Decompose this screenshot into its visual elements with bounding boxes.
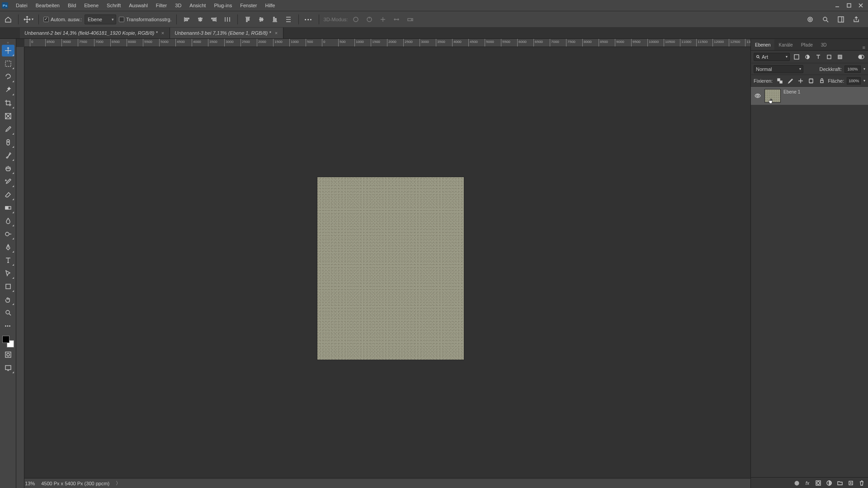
close-tab-icon[interactable]: ×	[274, 30, 278, 36]
hand-tool[interactable]	[2, 294, 14, 305]
align-center-v-icon[interactable]	[256, 14, 267, 25]
frame-tool[interactable]	[2, 110, 14, 122]
eyedropper-tool[interactable]	[2, 123, 14, 135]
zoom-tool[interactable]	[2, 307, 14, 319]
delete-layer-icon[interactable]	[858, 479, 865, 487]
filter-shape-icon[interactable]	[825, 53, 833, 61]
layer-mask-icon[interactable]	[815, 479, 822, 487]
menu-bild[interactable]: Bild	[64, 0, 80, 11]
menu-fenster[interactable]: Fenster	[236, 0, 261, 11]
align-bottom-icon[interactable]	[269, 14, 280, 25]
menu-schrift[interactable]: Schrift	[103, 0, 125, 11]
menu-auswahl[interactable]: Auswahl	[125, 0, 152, 11]
history-brush-tool[interactable]	[2, 176, 14, 188]
menu-plug-ins[interactable]: Plug-ins	[210, 0, 236, 11]
auto-select-checkbox[interactable]: Autom. ausw.:	[43, 17, 82, 22]
more-options-icon[interactable]: •••	[303, 14, 314, 25]
menu-datei[interactable]: Datei	[12, 0, 32, 11]
menu-hilfe[interactable]: Hilfe	[261, 0, 279, 11]
filter-smart-icon[interactable]	[836, 53, 844, 61]
gradient-tool[interactable]	[2, 202, 14, 214]
filter-toggle-icon[interactable]	[857, 53, 865, 61]
ruler-vertical[interactable]	[16, 47, 24, 488]
search-icon[interactable]	[820, 14, 831, 25]
menu-3d[interactable]: 3D	[171, 0, 185, 11]
status-arrow-icon[interactable]: 〉	[116, 480, 121, 487]
opacity-input[interactable]: 100%	[844, 66, 861, 73]
expand-tools-icon[interactable]: »	[7, 41, 9, 43]
color-swatches[interactable]	[2, 336, 14, 347]
path-selection-tool[interactable]	[2, 267, 14, 279]
minimize-button[interactable]	[832, 1, 843, 10]
new-layer-icon[interactable]	[847, 479, 854, 487]
layer-thumbnail[interactable]	[764, 89, 781, 103]
layer-visibility-icon[interactable]	[754, 93, 762, 99]
layer-style-icon[interactable]: fx	[804, 479, 811, 487]
crop-tool[interactable]	[2, 97, 14, 109]
close-tab-icon[interactable]: ×	[160, 30, 165, 36]
eraser-tool[interactable]	[2, 189, 14, 201]
filter-adjustment-icon[interactable]	[803, 53, 811, 61]
layer-filter-dropdown[interactable]: Art ▾	[754, 53, 790, 61]
dodge-tool[interactable]	[2, 228, 14, 240]
clone-stamp-tool[interactable]	[2, 163, 14, 174]
shape-tool[interactable]	[2, 281, 14, 292]
canvas-viewport[interactable]	[24, 47, 750, 478]
healing-brush-tool[interactable]	[2, 136, 14, 148]
align-top-icon[interactable]	[242, 14, 253, 25]
panel-tab-pfade[interactable]: Pfade	[797, 39, 817, 50]
layer-row[interactable]: Ebene 1	[751, 87, 868, 105]
align-center-h-icon[interactable]	[195, 14, 206, 25]
blur-tool[interactable]	[2, 215, 14, 227]
move-tool-indicator-icon[interactable]: ▾	[23, 14, 34, 25]
menu-filter[interactable]: Filter	[152, 0, 171, 11]
edit-toolbar-icon[interactable]: •••	[2, 320, 14, 332]
magic-wand-tool[interactable]	[2, 84, 14, 96]
blend-mode-dropdown[interactable]: Normal	[754, 65, 803, 73]
filter-type-icon[interactable]	[814, 53, 822, 61]
distribute-v-icon[interactable]	[283, 14, 294, 25]
pen-tool[interactable]	[2, 241, 14, 253]
brush-tool[interactable]	[2, 150, 14, 161]
lock-transparency-icon[interactable]	[776, 77, 783, 85]
layer-name[interactable]: Ebene 1	[783, 89, 800, 103]
lock-all-icon[interactable]	[818, 77, 825, 85]
status-doc-info[interactable]: 4500 Px x 5400 Px (300 ppcm)	[41, 481, 109, 486]
panel-tab-ebenen[interactable]: Ebenen	[751, 39, 774, 50]
document-tab[interactable]: Unbenannt-2 bei 14,3% (field-406181_1920…	[20, 28, 170, 38]
align-right-icon[interactable]	[208, 14, 219, 25]
distribute-h-icon[interactable]	[222, 14, 233, 25]
lock-position-icon[interactable]	[797, 77, 804, 85]
lock-pixels-icon[interactable]	[787, 77, 793, 85]
document-tab[interactable]: Unbenannt-3 bei 7,13% (Ebene 1, RGB/8) *…	[170, 28, 283, 38]
panel-tab-kanäle[interactable]: Kanäle	[774, 39, 797, 50]
menu-ansicht[interactable]: Ansicht	[185, 0, 210, 11]
move-tool[interactable]	[2, 45, 14, 56]
foreground-color-swatch[interactable]	[2, 336, 9, 343]
home-button[interactable]	[3, 14, 14, 25]
close-button[interactable]	[855, 1, 866, 10]
align-left-icon[interactable]	[181, 14, 192, 25]
group-layers-icon[interactable]	[836, 479, 844, 487]
lock-artboard-icon[interactable]	[808, 77, 815, 85]
transform-controls-checkbox[interactable]: Transformationsstrg.	[119, 17, 171, 22]
panel-tab-3d[interactable]: 3D	[817, 39, 831, 50]
auto-select-target-dropdown[interactable]: Ebene	[85, 14, 116, 24]
type-tool[interactable]	[2, 254, 14, 266]
cloud-docs-icon[interactable]	[805, 14, 816, 25]
canvas-artboard[interactable]	[317, 177, 464, 360]
quick-mask-icon[interactable]	[2, 349, 14, 361]
fill-input[interactable]: 100%	[847, 77, 861, 84]
filter-pixel-icon[interactable]	[793, 53, 801, 61]
marquee-tool[interactable]	[2, 58, 14, 70]
lasso-tool[interactable]	[2, 71, 14, 83]
screen-mode-icon[interactable]	[2, 362, 14, 374]
menu-bearbeiten[interactable]: Bearbeiten	[32, 0, 64, 11]
workspace-icon[interactable]	[835, 14, 846, 25]
ruler-horizontal[interactable]: 0850090007500700065006000550050004500400…	[24, 39, 750, 47]
panel-menu-icon[interactable]: ≡	[860, 45, 868, 50]
share-icon[interactable]	[851, 14, 862, 25]
link-layers-icon[interactable]: ⬤	[793, 479, 800, 487]
menu-ebene[interactable]: Ebene	[80, 0, 103, 11]
maximize-button[interactable]	[844, 1, 854, 10]
